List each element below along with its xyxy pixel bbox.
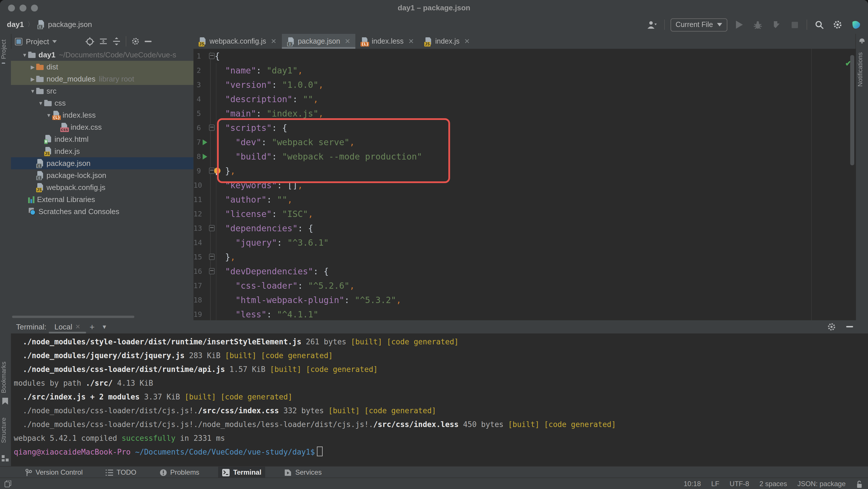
tool-window-bar: Version ControlTODOProblemsTerminalServi… [0,466,868,478]
status-item-10-18[interactable]: 10:18 [684,480,701,488]
bookmarks-strip-label[interactable]: Bookmarks [0,359,11,395]
left-activity-strip: Project Bookmarks Structure [0,34,11,478]
tool-window-button-version-control[interactable]: Version Control [21,467,87,478]
line-number: 12 [193,209,201,218]
tab-index-less[interactable]: {L}index.less✕ [355,34,419,49]
tree-item-label: package-lock.json [46,171,106,180]
tree-item-index-less[interactable]: ▼{L}index.less [11,109,193,121]
tab-webpack-config-js[interactable]: JSwebpack.config.js✕ [193,34,282,49]
scratches-icon [28,208,36,215]
tool-window-button-terminal[interactable]: Terminal [218,467,265,478]
fold-start-icon[interactable] [209,53,215,59]
close-icon[interactable]: ✕ [75,323,81,331]
terminal-tab-local[interactable]: Local ✕ [55,320,81,333]
expand-all-icon[interactable] [99,37,107,45]
tree-item-package-lock-json[interactable]: {}package-lock.json [11,169,193,182]
tab-package-json[interactable]: {}package.json✕ [282,34,355,49]
ide-window: day1 – package.json day1 〉 {} package.js… [0,0,868,489]
line-number: 5 [193,109,201,118]
tree-item-dist[interactable]: ▶dist [11,61,193,73]
debug-button[interactable] [751,19,764,31]
run-script-icon[interactable] [203,139,207,145]
fold-slot [209,225,215,231]
structure-strip-label[interactable]: Structure [0,413,11,448]
fold-end-icon[interactable] [209,168,215,174]
tree-horizontal-scrollbar[interactable] [12,316,134,318]
tree-item-index-html[interactable]: Hindex.html [11,133,193,145]
header-band: Project JSwebpack.config.js✕{}package.js… [0,34,868,50]
main-toolbar: day1 〉 {} package.json Current File [0,16,868,34]
window-title: day1 – package.json [0,3,868,12]
status-item-2-spaces[interactable]: 2 spaces [760,480,787,488]
unlock-icon[interactable] [856,480,862,488]
tool-window-button-problems[interactable]: Problems [155,467,203,478]
tree-item-index-js[interactable]: JSindex.js [11,145,193,157]
stop-button[interactable] [788,19,801,31]
tab-close-icon[interactable]: ✕ [464,37,470,45]
fold-start-icon[interactable] [209,268,215,274]
status-item-json-package[interactable]: JSON: package [797,480,846,488]
tree-item-src[interactable]: ▼src [11,85,193,97]
tab-close-icon[interactable]: ✕ [271,37,276,45]
tree-item-scratches-and-consoles[interactable]: Scratches and Consoles [11,205,193,218]
tool-window-button-todo[interactable]: TODO [102,467,141,478]
tree-item-label: dist [46,63,58,71]
user-account-icon[interactable] [646,19,658,31]
terminal-settings-gear-icon[interactable] [827,323,836,331]
html-file-icon: H [44,135,52,143]
annotation-red-rectangle [217,118,450,183]
tab-label: index.less [372,37,404,45]
line-number: 2 [193,66,201,75]
status-item-lf[interactable]: LF [711,480,719,488]
tab-close-icon[interactable]: ✕ [408,37,414,45]
run-button[interactable] [733,19,746,31]
fold-start-icon[interactable] [209,225,215,231]
project-tool-window-button[interactable]: Project [11,37,57,45]
terminal-chevron-down-icon[interactable]: ▼ [102,324,107,330]
breadcrumb-file[interactable]: package.json [48,20,92,29]
tool-window-button-services[interactable]: Services [280,467,326,478]
collapse-all-icon[interactable] [113,37,121,45]
notifications-strip-label[interactable]: Notifications [857,46,867,92]
tree-item-day1[interactable]: ▼day1~/Documents/Code/VueCode/vue-s [11,49,193,61]
tab-close-icon[interactable]: ✕ [345,37,350,45]
editor-vertical-scrollbar[interactable] [850,55,854,165]
tree-item-webpack-config-js[interactable]: JSwebpack.config.js [11,182,193,193]
breadcrumb-project[interactable]: day1 [7,20,24,29]
project-strip-label[interactable]: Project [0,35,11,64]
hide-panel-icon[interactable] [145,40,152,42]
terminal-output[interactable]: ./node_modules/style-loader/dist/runtime… [11,333,868,468]
tree-item-package-json[interactable]: {}package.json [11,157,193,169]
new-terminal-plus-icon[interactable]: + [90,322,95,332]
css-file-icon: css [60,123,68,131]
code-lines: 1{2 "name": "day1",3 "version": "1.0.0",… [193,49,856,320]
list-icon [105,469,113,476]
panel-settings-gear-icon[interactable] [131,37,140,45]
bell-icon [858,37,866,44]
search-everywhere-icon[interactable] [813,19,826,31]
tree-item-node-modules[interactable]: ▶node_moduleslibrary root [11,73,193,85]
chevron-down-icon [717,23,722,26]
tree-item-external-libraries[interactable]: External Libraries [11,193,193,205]
editor-tabs: JSwebpack.config.js✕{}package.json✕{L}in… [193,34,856,49]
js-file-icon: JS [424,37,432,45]
hide-windows-icon[interactable] [5,480,11,487]
tree-item-label: index.less [63,111,96,119]
code-editor[interactable]: 1{2 "name": "day1",3 "version": "1.0.0",… [193,49,856,320]
fold-end-icon[interactable] [209,254,215,260]
ide-logo-icon[interactable] [849,19,862,31]
line-number: 18 [193,296,201,304]
run-with-coverage-button[interactable] [770,19,782,31]
settings-gear-icon[interactable] [831,19,844,31]
tree-item-css[interactable]: ▼css [11,97,193,109]
run-config-dropdown[interactable]: Current File [670,18,727,31]
fold-start-icon[interactable] [209,125,215,131]
folder-icon [36,65,43,70]
run-script-icon[interactable] [203,154,207,159]
tab-index-js[interactable]: JSindex.js✕ [419,34,475,49]
folder-icon [28,53,36,58]
locate-file-icon[interactable] [86,37,94,45]
hide-terminal-icon[interactable] [846,326,853,328]
tree-item-index-css[interactable]: cssindex.css [11,121,193,133]
status-item-utf-8[interactable]: UTF-8 [730,480,749,488]
